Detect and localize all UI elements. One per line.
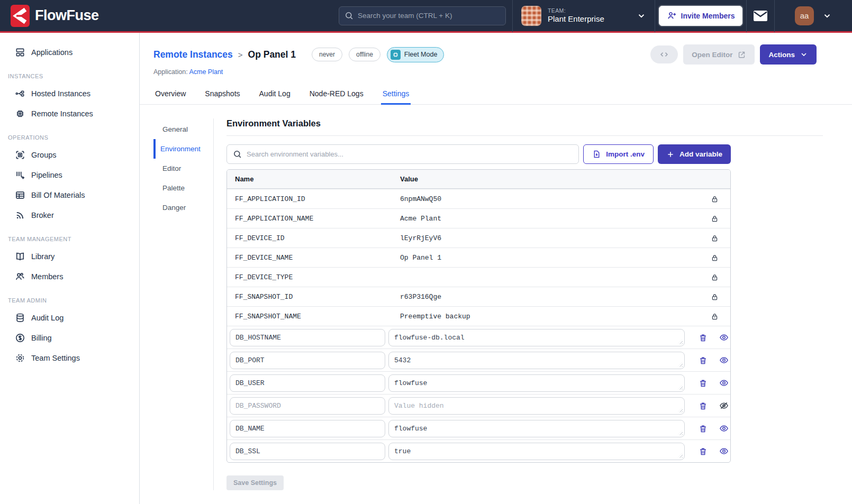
invite-members-button[interactable]: Invite Members [659, 6, 743, 26]
table-row: FF_DEVICE_TYPE [227, 267, 730, 287]
eye-icon[interactable] [719, 446, 729, 456]
external-link-icon [737, 50, 746, 59]
library-icon [15, 251, 25, 262]
user-menu[interactable]: aa [775, 6, 852, 25]
tab-snapshots[interactable]: Snapshots [203, 84, 241, 105]
sidebar-item-label: Pipelines [31, 171, 62, 179]
eye-icon[interactable] [719, 424, 729, 433]
column-name: Name [235, 175, 400, 183]
sidebar-item-label: Billing [31, 334, 52, 342]
tab-overview[interactable]: Overview [153, 84, 187, 105]
tab-node-red-logs[interactable]: Node-RED Logs [308, 84, 365, 105]
delete-variable-button[interactable] [699, 447, 708, 456]
top-navbar: FlowFuse TEAM: Plant Enterprise Invite M… [0, 0, 852, 33]
var-name: FF_APPLICATION_NAME [235, 215, 400, 223]
brand-name: FlowFuse [35, 7, 99, 24]
var-name-input[interactable] [230, 397, 385, 415]
var-value-input[interactable] [389, 443, 684, 460]
eye-off-icon[interactable] [719, 401, 729, 410]
delete-variable-button[interactable] [699, 401, 708, 410]
subnav-editor[interactable]: Editor [153, 159, 213, 178]
column-value: Value [400, 175, 699, 183]
sidebar-item-library[interactable]: Library [0, 246, 139, 267]
actions-button[interactable]: Actions [760, 44, 817, 65]
sidebar-section-instances: INSTANCES [0, 62, 139, 84]
sidebar-item-team-settings[interactable]: Team Settings [0, 348, 139, 368]
import-env-label: Import .env [606, 150, 645, 158]
team-settings-icon [15, 353, 25, 363]
subnav-environment[interactable]: Environment [153, 139, 213, 159]
add-variable-button[interactable]: Add variable [658, 144, 731, 164]
eye-icon[interactable] [719, 378, 729, 388]
remote-instances-icon [15, 108, 25, 119]
eye-icon[interactable] [719, 333, 729, 342]
user-plus-icon [667, 11, 677, 21]
application-line: Application: Acme Plant [153, 68, 817, 76]
sidebar-item-label: Groups [31, 151, 57, 159]
sidebar-item-label: Bill Of Materials [31, 191, 85, 199]
open-editor-button[interactable]: Open Editor [683, 44, 755, 65]
developer-mode-toggle[interactable] [650, 45, 678, 63]
pipelines-icon [15, 170, 25, 180]
env-search[interactable] [226, 144, 579, 164]
sidebar-item-audit-log[interactable]: Audit Log [0, 308, 139, 328]
team-search[interactable] [339, 6, 506, 25]
var-name-input[interactable] [230, 352, 385, 369]
application-link[interactable]: Acme Plant [189, 68, 223, 76]
var-value-input[interactable] [389, 375, 684, 391]
var-value-input[interactable] [389, 420, 684, 437]
sidebar-item-remote-instances[interactable]: Remote Instances [0, 104, 139, 124]
chip-icon [391, 50, 401, 60]
delete-variable-button[interactable] [699, 356, 708, 365]
sidebar-item-members[interactable]: Members [0, 267, 139, 287]
breadcrumb-separator: > [238, 50, 243, 59]
eye-icon[interactable] [719, 355, 729, 365]
sidebar-item-hosted-instances[interactable]: Hosted Instances [0, 84, 139, 104]
table-row-editable [227, 371, 730, 394]
var-name-input[interactable] [230, 329, 385, 346]
flowfuse-brand[interactable]: FlowFuse [11, 5, 99, 27]
sidebar-item-billing[interactable]: Billing [0, 328, 139, 348]
var-name-input[interactable] [230, 420, 385, 437]
var-name-input[interactable] [230, 374, 385, 392]
sidebar-item-broker[interactable]: Broker [0, 205, 139, 225]
team-selector[interactable]: TEAM: Plant Enterprise [513, 0, 655, 31]
var-name: FF_SNAPSHOT_NAME [235, 313, 400, 320]
notifications-button[interactable] [753, 10, 768, 22]
var-value: lEyrRjEyV6 [400, 234, 699, 242]
var-name-input[interactable] [230, 443, 385, 460]
sidebar-item-groups[interactable]: Groups [0, 145, 139, 165]
sidebar-item-applications[interactable]: Applications [0, 42, 139, 62]
lock-icon [699, 313, 730, 320]
import-env-button[interactable]: Import .env [583, 144, 654, 164]
var-value-input[interactable] [389, 398, 684, 414]
search-icon [233, 150, 242, 159]
tab-audit-log[interactable]: Audit Log [258, 84, 292, 105]
table-row: FF_SNAPSHOT_ID r63P316Qge [227, 287, 730, 306]
sidebar-item-pipelines[interactable]: Pipelines [0, 165, 139, 185]
var-value-input[interactable] [389, 352, 684, 369]
subnav-palette[interactable]: Palette [153, 178, 213, 198]
table-row-editable [227, 417, 730, 439]
save-settings-button[interactable]: Save Settings [226, 475, 284, 490]
lock-icon [699, 254, 730, 262]
sidebar-item-bill-of-materials[interactable]: Bill Of Materials [0, 185, 139, 205]
table-row-editable [227, 326, 730, 349]
groups-icon [15, 150, 25, 160]
members-icon [15, 271, 25, 282]
breadcrumb-remote-instances[interactable]: Remote Instances [153, 49, 233, 60]
delete-variable-button[interactable] [699, 333, 708, 342]
settings-subnav: General Environment Editor Palette Dange… [153, 118, 214, 490]
sidebar-item-label: Applications [31, 48, 72, 57]
delete-variable-button[interactable] [699, 379, 708, 388]
var-value-input[interactable] [389, 329, 684, 346]
env-search-input[interactable] [247, 150, 573, 158]
subnav-danger[interactable]: Danger [153, 198, 213, 217]
status-badge: offline [349, 48, 380, 61]
delete-variable-button[interactable] [699, 424, 708, 433]
team-search-input[interactable] [358, 12, 500, 20]
subnav-general[interactable]: General [153, 120, 213, 139]
sidebar-section-team-admin: TEAM ADMIN [0, 287, 139, 308]
tab-settings[interactable]: Settings [381, 84, 411, 105]
sidebar-item-label: Hosted Instances [31, 89, 90, 98]
